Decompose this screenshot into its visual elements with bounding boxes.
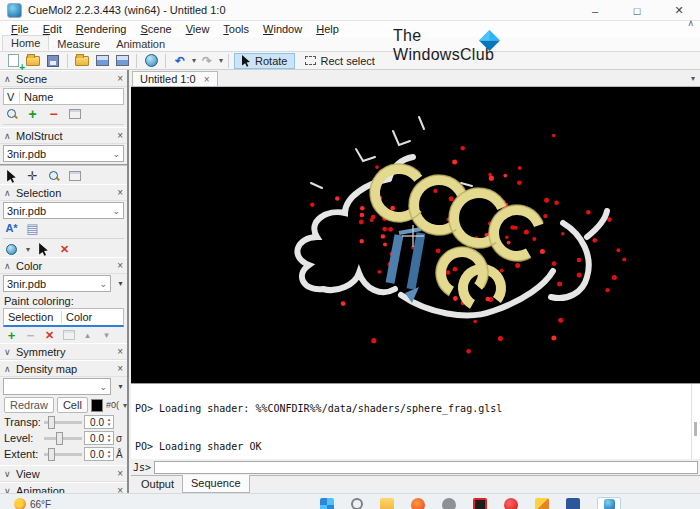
viewport-tab-close-icon[interactable]: × — [204, 74, 210, 85]
console-output[interactable]: PO> Loading shader: %%CONFDIR%%/data/sha… — [131, 383, 700, 459]
redo-dropdown-icon[interactable]: ▾ — [219, 56, 223, 65]
menu-rendering[interactable]: Rendering — [69, 22, 134, 36]
color-panel-header[interactable]: ∧ Color × — [0, 257, 127, 274]
network-open-icon[interactable] — [142, 53, 160, 69]
settings-icon[interactable] — [442, 498, 456, 509]
molstruct-select-cursor-icon[interactable] — [4, 169, 19, 183]
minimize-button[interactable]: – — [574, 0, 616, 21]
menu-tools[interactable]: Tools — [216, 22, 256, 36]
paint-add-icon[interactable]: + — [4, 328, 19, 342]
windows-start-icon[interactable] — [320, 498, 334, 509]
transp-spinner[interactable]: 0.0▴▾ — [84, 415, 114, 429]
menu-file[interactable]: File — [4, 22, 36, 36]
molecule-viewport[interactable] — [131, 87, 700, 383]
menu-edit[interactable]: Edit — [36, 22, 69, 36]
collapse-icon[interactable]: ∧ — [4, 131, 16, 141]
animation-panel-header[interactable]: ∨ Animation × — [0, 482, 127, 493]
close-panel-icon[interactable]: × — [117, 485, 123, 493]
molstruct-properties-icon[interactable] — [67, 169, 82, 183]
close-panel-icon[interactable]: × — [117, 346, 123, 357]
console-scrollbar[interactable] — [691, 384, 700, 459]
word-icon[interactable] — [566, 498, 580, 509]
scene-panel-header[interactable]: ∧ Scene × — [0, 70, 127, 87]
color-menu-caret-icon[interactable]: ▾ — [114, 279, 127, 288]
selection-cursor-icon[interactable] — [36, 242, 51, 256]
view-panel-header[interactable]: ∨ View × — [0, 465, 127, 482]
new-scene-icon[interactable]: + — [4, 53, 22, 69]
scene-zoom-icon[interactable] — [4, 107, 19, 121]
density-object-select[interactable]: ⌄ — [3, 378, 111, 395]
cuemol-taskbar-icon[interactable] — [597, 497, 621, 509]
menu-window[interactable]: Window — [256, 22, 309, 36]
redraw-button[interactable]: Redraw — [4, 397, 54, 413]
level-slider[interactable] — [44, 437, 82, 440]
scene-properties-icon[interactable] — [67, 107, 82, 121]
molstruct-object-select[interactable]: 3nir.pdb ⌄ — [3, 145, 124, 162]
molstruct-zoom-icon[interactable] — [46, 169, 61, 183]
chevron-down-icon[interactable]: ▾ — [123, 401, 127, 410]
density-panel-header[interactable]: ∧ Density map × — [0, 360, 127, 377]
red-app-icon[interactable] — [504, 498, 518, 509]
molstruct-move-icon[interactable]: ✛ — [25, 169, 40, 183]
open-file-icon[interactable] — [24, 53, 42, 69]
layout-panel-icon[interactable] — [113, 53, 131, 69]
open-scene-icon[interactable] — [73, 53, 91, 69]
density-menu-caret-icon[interactable]: ▾ — [114, 382, 127, 391]
expand-icon[interactable]: ∨ — [4, 486, 16, 494]
expand-icon[interactable]: ∨ — [4, 347, 16, 357]
collapse-icon[interactable]: ∧ — [4, 188, 16, 198]
selection-object-select[interactable]: 3nir.pdb ⌄ — [3, 202, 124, 219]
tab-sequence[interactable]: Sequence — [182, 475, 250, 493]
browser-icon[interactable] — [411, 498, 425, 509]
rotate-mode-button[interactable]: Rotate — [234, 53, 295, 69]
undo-icon[interactable]: ↶ — [171, 53, 189, 69]
symmetry-panel-header[interactable]: ∨ Symmetry × — [0, 343, 127, 360]
close-panel-icon[interactable]: × — [117, 260, 123, 271]
extent-spinner[interactable]: 0.0▴▾ — [84, 447, 114, 461]
scene-remove-icon[interactable]: − — [46, 107, 61, 121]
file-explorer-icon[interactable] — [380, 498, 394, 509]
transp-slider[interactable] — [44, 421, 82, 424]
rect-select-button[interactable]: Rect select — [297, 53, 382, 69]
media-app-icon[interactable] — [473, 498, 487, 509]
photos-icon[interactable] — [535, 498, 549, 509]
menu-help[interactable]: Help — [309, 22, 346, 36]
density-color-swatch[interactable] — [91, 399, 103, 412]
collapse-icon[interactable]: ∧ — [4, 261, 16, 271]
scene-add-icon[interactable]: + — [25, 107, 40, 121]
selection-list-icon[interactable]: ▤ — [25, 221, 40, 235]
ribbon-tab-measure[interactable]: Measure — [49, 37, 108, 51]
maximize-button[interactable]: □ — [616, 0, 658, 21]
undo-dropdown-icon[interactable]: ▾ — [192, 56, 196, 65]
extent-slider[interactable] — [44, 453, 82, 456]
scene-object-table[interactable]: V Name — [3, 88, 124, 105]
paint-coloring-table[interactable]: Selection Color — [3, 308, 124, 327]
menu-view[interactable]: View — [179, 22, 217, 36]
tab-list-caret-icon[interactable]: ▾ — [691, 74, 695, 83]
ribbon-collapse-icon[interactable]: ∧ — [687, 18, 694, 28]
chevron-down-icon[interactable]: ▾ — [26, 245, 30, 254]
collapse-icon[interactable]: ∧ — [4, 364, 16, 374]
selection-refresh-globe-icon[interactable] — [4, 242, 19, 256]
ribbon-tab-animation[interactable]: Animation — [108, 37, 173, 51]
selection-atom-text-icon[interactable]: A* — [4, 221, 19, 235]
tab-output[interactable]: Output — [133, 476, 182, 493]
selection-panel-header[interactable]: ∧ Selection × — [0, 184, 127, 201]
expand-icon[interactable]: ∨ — [4, 469, 16, 479]
viewport-tab[interactable]: Untitled 1:0 × — [132, 71, 218, 86]
paint-delete-icon[interactable]: ✕ — [42, 328, 57, 342]
search-icon[interactable] — [351, 498, 363, 509]
collapse-icon[interactable]: ∧ — [4, 74, 16, 84]
reload-icon[interactable] — [93, 53, 111, 69]
cell-button[interactable]: Cell — [57, 397, 88, 413]
taskbar-weather-widget[interactable]: 66°F — [14, 498, 51, 509]
ribbon-tab-home[interactable]: Home — [2, 35, 49, 51]
level-spinner[interactable]: 0.0▴▾ — [84, 431, 114, 445]
menu-scene[interactable]: Scene — [134, 22, 179, 36]
script-input[interactable] — [154, 461, 698, 474]
clear-selection-icon[interactable]: ✕ — [57, 242, 72, 256]
close-panel-icon[interactable]: × — [117, 468, 123, 479]
close-panel-icon[interactable]: × — [117, 363, 123, 374]
color-object-select[interactable]: 3nir.pdb ⌄ — [3, 275, 111, 292]
save-scene-icon[interactable] — [44, 53, 62, 69]
